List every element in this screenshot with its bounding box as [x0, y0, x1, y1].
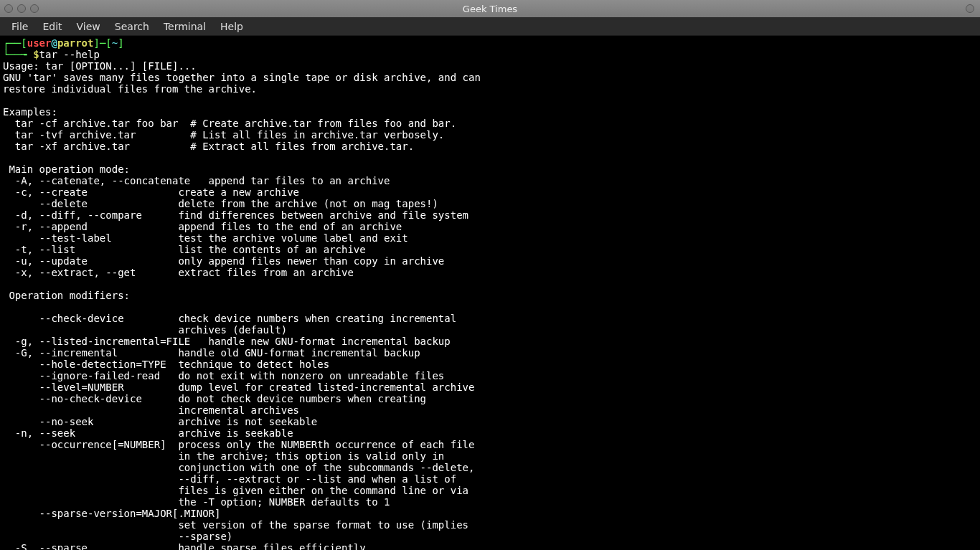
prompt-box-open: ┌──[: [3, 37, 27, 49]
window-minimize-button[interactable]: [17, 4, 26, 13]
menu-terminal[interactable]: Terminal: [156, 19, 213, 34]
menu-help[interactable]: Help: [213, 19, 250, 34]
terminal-output: Usage: tar [OPTION...] [FILE]... GNU 'ta…: [3, 60, 481, 550]
prompt-command: tar --help: [39, 49, 100, 60]
menu-search[interactable]: Search: [108, 19, 156, 34]
prompt-box-close: ]: [118, 37, 123, 49]
menu-file[interactable]: File: [4, 19, 35, 34]
prompt-dollar: $: [33, 49, 39, 60]
titlebar: Geek Times: [0, 0, 980, 17]
window-menu-button[interactable]: [966, 4, 974, 13]
prompt-at: @: [51, 37, 57, 49]
window-title: Geek Times: [0, 4, 980, 14]
prompt-box-mid: ]─[: [93, 37, 111, 49]
menubar: File Edit View Search Terminal Help: [0, 17, 980, 36]
window-controls-right: [966, 4, 974, 13]
prompt-host: parrot: [57, 37, 94, 49]
terminal-viewport[interactable]: ┌──[user@parrot]─[~] └──╼ $tar --help Us…: [0, 36, 980, 550]
menu-edit[interactable]: Edit: [35, 19, 69, 34]
window-close-button[interactable]: [4, 4, 13, 13]
terminal-content[interactable]: ┌──[user@parrot]─[~] └──╼ $tar --help Us…: [3, 37, 977, 550]
menu-view[interactable]: View: [70, 19, 108, 34]
window-controls-left: [4, 4, 39, 13]
prompt-cwd: ~: [112, 37, 118, 49]
window-maximize-button[interactable]: [30, 4, 39, 13]
prompt-line2-prefix: └──╼: [3, 49, 33, 60]
terminal-window: Geek Times File Edit View Search Termina…: [0, 0, 980, 550]
prompt-user: user: [27, 37, 52, 49]
